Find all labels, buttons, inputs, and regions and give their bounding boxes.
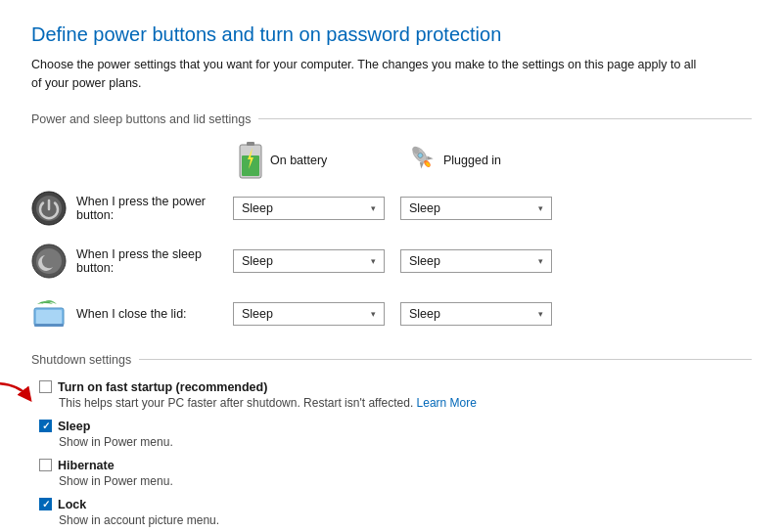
shutdown-section-label: Shutdown settings	[31, 353, 131, 367]
column-headers: On battery	[237, 140, 752, 181]
on-battery-header: On battery	[237, 140, 408, 181]
lock-item: Lock Show in account picture menu.	[31, 498, 752, 527]
power-button-plugged-in-value: Sleep	[409, 201, 440, 215]
sleep-button-icon	[31, 244, 67, 279]
sleep-item: Sleep Show in Power menu.	[31, 420, 752, 449]
fast-startup-row: Turn on fast startup (recommended)	[39, 380, 752, 394]
hibernate-item: Hibernate Show in Power menu.	[31, 459, 752, 488]
hibernate-label: Hibernate	[58, 459, 115, 472]
fast-startup-description: This helps start your PC faster after sh…	[39, 396, 752, 410]
sleep-button-row: When I press the sleep button: Sleep ▾ S…	[31, 240, 752, 283]
sleep-description: Show in Power menu.	[39, 435, 752, 449]
hibernate-checkbox[interactable]	[39, 459, 52, 471]
lock-description: Show in account picture menu.	[39, 513, 752, 527]
lock-checkbox[interactable]	[39, 498, 52, 510]
svg-rect-1	[247, 142, 254, 146]
battery-icon	[237, 140, 264, 181]
power-button-label: When I press the power button:	[76, 195, 233, 222]
lid-on-battery-value: Sleep	[242, 307, 273, 321]
section-divider	[139, 359, 752, 360]
setting-rows-container: When I press the power button: Sleep ▾ S…	[31, 187, 752, 335]
svg-rect-17	[34, 324, 64, 327]
sleep-item-label: Sleep	[58, 420, 90, 433]
hibernate-row: Hibernate	[39, 459, 752, 472]
learn-more-link[interactable]: Learn More	[417, 396, 477, 410]
sleep-button-on-battery-dropdown[interactable]: Sleep ▾	[233, 249, 385, 273]
dropdown-arrow: ▾	[371, 256, 376, 266]
power-button-row: When I press the power button: Sleep ▾ S…	[31, 187, 752, 230]
dropdown-arrow: ▾	[538, 256, 543, 266]
lid-plugged-in-dropdown[interactable]: Sleep ▾	[400, 302, 552, 326]
dropdown-arrow: ▾	[538, 309, 543, 319]
power-sleep-section-label: Power and sleep buttons and lid settings	[31, 112, 251, 126]
sleep-row: Sleep	[39, 420, 752, 433]
lock-label: Lock	[58, 498, 86, 511]
page-title: Define power buttons and turn on passwor…	[31, 23, 752, 46]
dropdown-arrow: ▾	[371, 309, 376, 319]
sleep-button-plugged-in-value: Sleep	[409, 254, 440, 268]
lock-row: Lock	[39, 498, 752, 511]
lid-plugged-in-value: Sleep	[409, 307, 440, 321]
rocket-icon	[408, 144, 438, 176]
dropdown-arrow: ▾	[371, 203, 376, 213]
plugged-in-label: Plugged in	[443, 154, 501, 167]
power-button-icon	[31, 191, 67, 226]
lid-icon	[31, 296, 67, 332]
lid-row: When I close the lid: Sleep ▾ Sleep ▾	[31, 292, 752, 335]
arrow-annotation	[0, 378, 35, 409]
power-button-on-battery-dropdown[interactable]: Sleep ▾	[233, 197, 385, 220]
svg-rect-16	[36, 310, 62, 324]
shutdown-section: Shutdown settings Turn on fast startup (…	[31, 353, 752, 527]
lid-on-battery-dropdown[interactable]: Sleep ▾	[233, 302, 385, 326]
power-button-plugged-in-dropdown[interactable]: Sleep ▾	[400, 197, 552, 220]
dropdown-arrow: ▾	[538, 203, 543, 213]
plugged-in-header: Plugged in	[408, 144, 579, 176]
power-button-on-battery-value: Sleep	[242, 201, 273, 215]
section-divider	[258, 118, 752, 119]
sleep-button-label: When I press the sleep button:	[76, 247, 233, 275]
power-sleep-section-header: Power and sleep buttons and lid settings	[31, 112, 752, 126]
shutdown-section-header: Shutdown settings	[31, 353, 752, 367]
lid-label: When I close the lid:	[76, 307, 233, 321]
page-description: Choose the power settings that you want …	[31, 56, 697, 93]
sleep-checkbox[interactable]	[39, 420, 52, 432]
sleep-button-plugged-in-dropdown[interactable]: Sleep ▾	[400, 249, 552, 273]
fast-startup-item: Turn on fast startup (recommended) This …	[31, 380, 752, 410]
fast-startup-label: Turn on fast startup (recommended)	[58, 380, 267, 394]
fast-startup-checkbox[interactable]	[39, 380, 52, 393]
hibernate-description: Show in Power menu.	[39, 474, 752, 488]
on-battery-label: On battery	[270, 154, 327, 167]
sleep-button-on-battery-value: Sleep	[242, 254, 273, 268]
